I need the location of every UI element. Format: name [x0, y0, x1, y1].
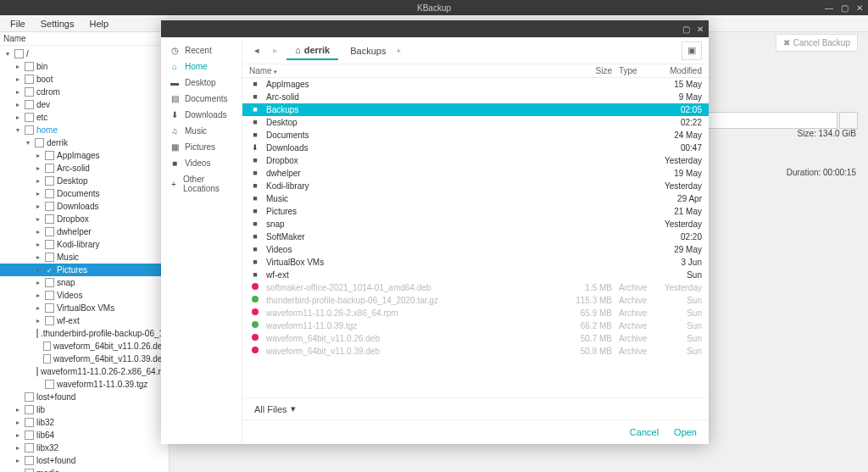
menu-settings[interactable]: Settings — [34, 17, 81, 31]
tree-checkbox[interactable] — [43, 354, 51, 364]
expander-icon[interactable]: ▸ — [14, 467, 22, 472]
tree-item[interactable]: ▾home — [0, 124, 169, 136]
tree-checkbox[interactable] — [43, 342, 51, 351]
file-row[interactable]: waveform_64bit_v11.0.39.deb50.8 MBArchiv… — [242, 345, 709, 358]
nav-forward-button[interactable]: ▸ — [268, 43, 283, 58]
tree-item[interactable]: ▾/ — [0, 47, 169, 60]
tree-checkbox[interactable] — [25, 469, 34, 472]
dialog-maximize-icon[interactable]: ▢ — [682, 25, 690, 34]
tree-item[interactable]: ▸wf-ext — [0, 314, 169, 327]
col-header-name[interactable]: Name▾ — [249, 66, 565, 75]
expander-icon[interactable]: ▸ — [34, 225, 42, 238]
place-desktop[interactable]: ▬Desktop — [161, 75, 242, 91]
file-row[interactable]: ■DropboxYesterday — [242, 154, 709, 167]
expander-icon[interactable]: ▸ — [34, 200, 42, 213]
new-folder-button[interactable]: ▣ — [682, 42, 702, 60]
expander-icon[interactable]: ▸ — [14, 403, 22, 416]
tree-checkbox[interactable] — [25, 87, 34, 97]
tree-checkbox[interactable] — [45, 278, 54, 287]
file-list[interactable]: ■AppImages15 May■Arc-solid9 May■Backups0… — [242, 78, 709, 397]
menu-help[interactable]: Help — [82, 17, 115, 31]
file-row[interactable]: ■Backups02:05 — [242, 103, 709, 116]
tree-item[interactable]: ▸dwhelper — [0, 225, 169, 238]
file-row[interactable]: waveform_64bit_v11.0.26.deb50.7 MBArchiv… — [242, 332, 709, 345]
tree-item[interactable]: ▾derrik — [0, 136, 169, 149]
tree-item[interactable]: ▸Arc-solid — [0, 162, 169, 175]
tree-item[interactable]: ▸boot — [0, 73, 169, 86]
file-row[interactable]: ■AppImages15 May — [242, 78, 709, 91]
tree-checkbox[interactable] — [45, 227, 54, 236]
col-header-type[interactable]: Type — [612, 66, 653, 75]
tree-item[interactable]: ▸lib — [0, 403, 169, 416]
tree-item[interactable]: ▸Videos — [0, 289, 169, 302]
expander-icon[interactable]: ▸ — [34, 187, 42, 200]
file-row[interactable]: softmaker-office-2021_1014-01_amd64.deb1… — [242, 281, 709, 294]
file-row[interactable]: ■Desktop02:22 — [242, 116, 709, 129]
tree-item[interactable]: ▸media — [0, 467, 169, 472]
tree-item[interactable]: ▸Pictures — [0, 264, 169, 276]
close-icon[interactable]: ✕ — [854, 3, 865, 13]
expander-icon[interactable]: ▸ — [34, 302, 42, 314]
tree-item[interactable]: waveform11-11.0.26-2.x86_64.rpm — [0, 365, 169, 378]
tree-checkbox[interactable] — [25, 100, 34, 109]
breadcrumb-backups[interactable]: Backups — [342, 42, 394, 59]
file-filter-dropdown[interactable]: All Files ▾ — [254, 403, 304, 414]
expander-icon[interactable]: ▸ — [14, 441, 22, 454]
tree-item[interactable]: ▸Desktop — [0, 175, 169, 187]
file-row[interactable]: ■Pictures21 May — [242, 205, 709, 218]
expander-icon[interactable]: ▸ — [34, 149, 42, 162]
expander-icon[interactable]: ▸ — [34, 213, 42, 225]
col-header-modified[interactable]: Modified — [653, 66, 702, 75]
file-row[interactable]: waveform11-11.0.39.tgz66.2 MBArchiveSun — [242, 319, 709, 332]
place-recent[interactable]: ◷Recent — [161, 42, 242, 58]
tree-item[interactable]: ▸cdrom — [0, 86, 169, 98]
expander-icon[interactable]: ▸ — [14, 98, 22, 111]
file-tree[interactable]: ▾/▸bin▸boot▸cdrom▸dev▸etc▾home▾derrik▸Ap… — [0, 46, 169, 472]
tree-checkbox[interactable] — [45, 316, 54, 325]
tree-item[interactable]: lost+found — [0, 391, 169, 403]
tree-checkbox[interactable] — [45, 151, 54, 160]
col-header-size[interactable]: Size — [565, 66, 612, 75]
tree-checkbox[interactable] — [25, 392, 34, 402]
expander-icon[interactable]: ▸ — [34, 289, 42, 302]
file-row[interactable]: waveform11-11.0.26-2.x86_64.rpm65.9 MBAr… — [242, 307, 709, 319]
tree-checkbox[interactable] — [45, 303, 54, 313]
tree-item[interactable]: ▸AppImages — [0, 149, 169, 162]
tree-checkbox[interactable] — [36, 329, 38, 338]
tree-item[interactable]: ▸libx32 — [0, 441, 169, 454]
place-pictures[interactable]: ▦Pictures — [161, 139, 242, 155]
tree-checkbox[interactable] — [25, 405, 34, 414]
tree-item[interactable]: waveform11-11.0.39.tgz — [0, 378, 169, 391]
tree-item[interactable]: ▸lost+found — [0, 454, 169, 467]
expander-icon[interactable]: ▸ — [14, 416, 22, 429]
dialog-cancel-button[interactable]: Cancel — [630, 427, 659, 437]
tree-checkbox[interactable] — [25, 430, 34, 440]
tree-item[interactable]: ▸dev — [0, 98, 169, 111]
tree-checkbox[interactable] — [25, 113, 34, 122]
tree-header-name[interactable]: Name — [0, 32, 169, 46]
dialog-open-button[interactable]: Open — [674, 427, 697, 437]
tree-checkbox[interactable] — [25, 418, 34, 427]
expander-icon[interactable]: ▸ — [34, 238, 42, 251]
tree-checkbox[interactable] — [25, 456, 34, 465]
tree-item[interactable]: ▸lib64 — [0, 429, 169, 441]
tree-checkbox[interactable] — [35, 138, 44, 147]
place-music[interactable]: ♫Music — [161, 123, 242, 139]
expander-icon[interactable]: ▸ — [34, 276, 42, 289]
expander-icon[interactable]: ▸ — [14, 73, 22, 86]
tree-item[interactable]: ▸etc — [0, 111, 169, 124]
file-row[interactable]: ■Arc-solid9 May — [242, 91, 709, 103]
expander-icon[interactable]: ▸ — [34, 175, 42, 187]
file-row[interactable]: ■VirtualBox VMs3 Jun — [242, 256, 709, 269]
file-row[interactable]: thunderbird-profile-backup-06_14_2020.ta… — [242, 294, 709, 307]
tree-item[interactable]: waveform_64bit_v11.0.26.deb — [0, 340, 169, 353]
tree-item[interactable]: waveform_64bit_v11.0.39.deb — [0, 353, 169, 365]
tree-item[interactable]: ▸lib32 — [0, 416, 169, 429]
tree-checkbox[interactable] — [45, 189, 54, 198]
tree-checkbox[interactable] — [25, 62, 34, 71]
tree-checkbox[interactable] — [45, 265, 54, 275]
file-row[interactable]: ■wf-extSun — [242, 269, 709, 281]
tree-checkbox[interactable] — [45, 240, 54, 249]
nav-back-button[interactable]: ◂ — [249, 43, 264, 58]
tree-item[interactable]: ▸Kodi-library — [0, 238, 169, 251]
